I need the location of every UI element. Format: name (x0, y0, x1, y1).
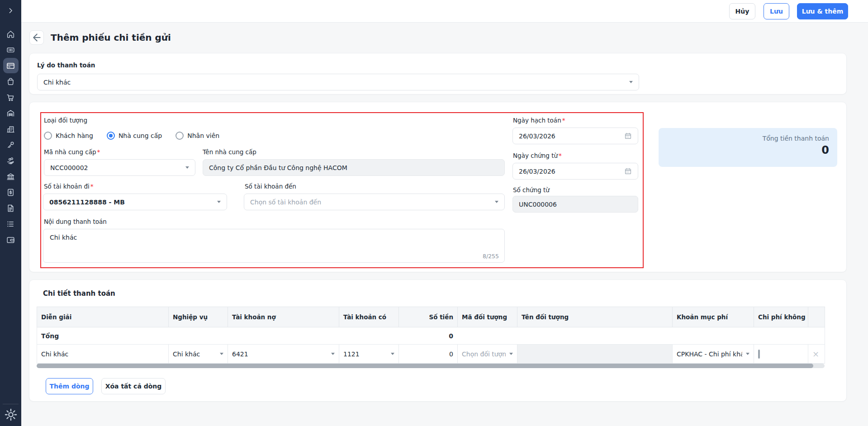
debit-value: 6421 (232, 350, 327, 358)
key-icon (6, 140, 15, 150)
document-no-value: UNC000006 (519, 201, 632, 208)
home-icon (6, 29, 15, 39)
expand-sidebar-icon[interactable] (6, 6, 16, 16)
object-type-radio-group: Khách hàng Nhà cung cấp Nhân viên (44, 131, 219, 141)
cell-credit-select[interactable]: 1121 (339, 345, 399, 364)
shopping-bag-icon (6, 77, 15, 86)
sidebar-item-purchase[interactable] (3, 90, 19, 105)
calendar-icon[interactable] (624, 167, 632, 175)
list-icon (6, 219, 15, 229)
sidebar-item-wallet[interactable] (3, 232, 19, 247)
account-to-select[interactable]: Chọn số tài khoản đến (244, 194, 505, 210)
sidebar-item-bank-deposit[interactable] (3, 58, 19, 73)
sidebar-item-documents[interactable] (3, 200, 19, 216)
payment-content-textarea[interactable]: Chi khác 8/255 (43, 229, 505, 263)
col-fee-item: Khoản mục phí (673, 307, 754, 327)
object-type-label: Loại đối tượng (44, 117, 87, 124)
account-from-select[interactable]: 0856211128888 - MB (43, 194, 227, 210)
required-mark: * (97, 148, 100, 156)
reason-card: Lý do thanh toán Chi khác (29, 53, 847, 95)
radio-employee[interactable]: Nhân viên (175, 132, 219, 140)
cell-debit-select[interactable]: 6421 (228, 345, 339, 364)
sidebar-item-salary[interactable] (3, 153, 19, 168)
voucher-form-card: Loại đối tượng Khách hàng Nhà cung cấp N… (29, 102, 847, 272)
required-mark: * (559, 152, 562, 159)
radio-selected-icon (107, 132, 115, 140)
reason-select[interactable]: Chi khác (37, 74, 639, 90)
pos-terminal-icon (6, 45, 15, 55)
supplier-code-select[interactable]: NCC000002 (44, 159, 195, 176)
table-header-row: Diễn giải Nghiệp vụ Tài khoản nợ Tài kho… (37, 307, 825, 327)
col-object-name: Tên đối tượng (517, 307, 673, 327)
col-description: Diễn giải (37, 307, 169, 327)
sidebar-item-bank[interactable] (3, 169, 19, 184)
chevron-down-icon (220, 353, 223, 355)
cell-object-select[interactable]: Chọn đối tượng (458, 345, 517, 364)
col-operation: Nghiệp vụ (169, 307, 228, 327)
building-icon (6, 124, 15, 134)
cell-amount[interactable]: 0 (399, 345, 458, 364)
topbar: Hủy Lưu Lưu & thêm (21, 0, 868, 23)
sidebar-item-pos[interactable] (3, 42, 19, 57)
payment-details-card: Chi tiết thanh toán Diễn giải Nghiệp vụ … (29, 279, 847, 402)
required-mark: * (562, 117, 565, 124)
col-actions (808, 307, 825, 327)
fee-value: CPKHAC - Chi phí khác (677, 350, 742, 358)
supplier-name-value: Công ty Cổ phần Đầu tư Công nghệ HACOM (209, 164, 498, 171)
supplier-name-label: Tên nhà cung cấp (203, 148, 256, 156)
payment-content-value: Chi khác (50, 234, 77, 241)
cell-fee-select[interactable]: CPKHAC - Chi phí khác (673, 345, 754, 364)
delete-row-button[interactable]: × (808, 345, 825, 364)
account-to-placeholder: Chọn số tài khoản đến (250, 199, 491, 206)
add-row-button[interactable]: Thêm dòng (46, 378, 93, 394)
document-date-label: Ngày chứng từ* (513, 152, 562, 159)
account-from-value: 0856211128888 - MB (49, 199, 213, 206)
close-icon: × (812, 349, 819, 359)
total-summary-label: Tổng tiền thanh toán (667, 135, 829, 142)
cell-description[interactable]: Chi khác (37, 345, 169, 364)
sidebar-item-assets[interactable] (3, 137, 19, 152)
posting-date-input[interactable]: 26/03/2026 (512, 128, 638, 144)
chevron-down-icon (629, 81, 633, 83)
radio-supplier[interactable]: Nhà cung cấp (107, 132, 162, 140)
details-table: Diễn giải Nghiệp vụ Tài khoản nợ Tài kho… (37, 307, 825, 364)
hand-coins-icon (6, 156, 15, 166)
radio-circle-icon (175, 132, 184, 140)
page-title: Thêm phiếu chi tiền gửi (51, 32, 171, 43)
sidebar-item-company[interactable] (3, 121, 19, 137)
invalid-expense-checkbox[interactable] (758, 350, 760, 359)
col-invalid-expense: Chi phí không hợp lệ (754, 307, 808, 327)
col-credit-account: Tài khoản có (339, 307, 399, 327)
document-date-input[interactable]: 26/03/2026 (512, 163, 638, 180)
chevron-down-icon (391, 353, 394, 355)
sidebar-item-reports[interactable] (3, 216, 19, 232)
save-and-add-button[interactable]: Lưu & thêm (797, 3, 848, 19)
document-no-label: Số chứng từ (513, 186, 550, 194)
chevron-down-icon (331, 353, 335, 355)
cell-invalid-expense (754, 345, 808, 364)
sidebar-item-home[interactable] (3, 26, 19, 42)
cancel-button[interactable]: Hủy (729, 3, 755, 19)
credit-card-icon (6, 61, 15, 71)
total-row-label: Tổng (37, 327, 169, 345)
cell-operation-select[interactable]: Chi khác (169, 345, 228, 364)
sidebar-item-cash-fund[interactable] (3, 185, 19, 200)
sidebar (0, 0, 21, 426)
radio-customer[interactable]: Khách hàng (44, 132, 93, 140)
scrollbar-thumb[interactable] (37, 364, 813, 368)
sidebar-item-sales[interactable] (3, 74, 19, 89)
back-button[interactable] (29, 30, 44, 45)
posting-date-label: Ngày hạch toán* (513, 117, 565, 124)
total-summary-panel: Tổng tiền thanh toán 0 (659, 128, 837, 167)
detail-row: Chi khác Chi khác 6421 1121 0 Chọn đối t… (37, 345, 825, 364)
chevron-down-icon (495, 201, 498, 203)
clear-rows-button[interactable]: Xóa tất cả dòng (101, 378, 166, 394)
sidebar-item-inventory[interactable] (3, 105, 19, 121)
save-button[interactable]: Lưu (764, 3, 789, 19)
account-to-label: Số tài khoản đến (245, 183, 296, 190)
calendar-icon[interactable] (624, 132, 632, 140)
details-title: Chi tiết thanh toán (43, 289, 115, 298)
object-placeholder: Chọn đối tượng (462, 350, 506, 358)
chevron-down-icon (217, 201, 221, 203)
settings-button[interactable] (3, 407, 19, 422)
